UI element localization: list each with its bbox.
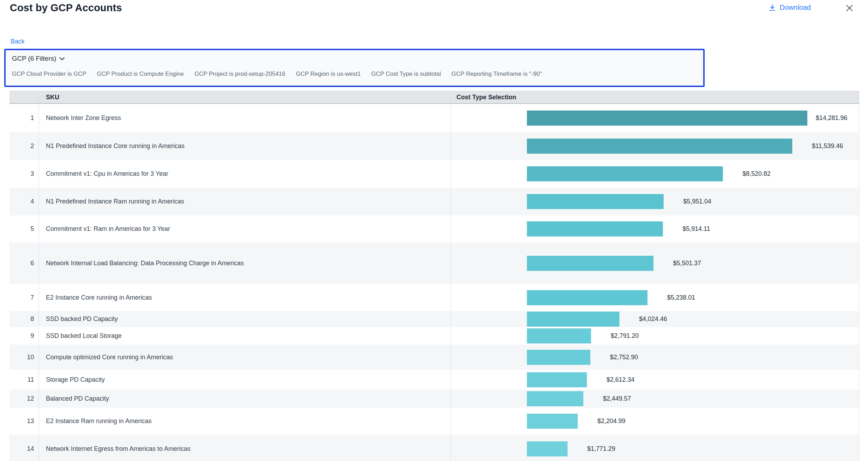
sku-cell: N1 Predefined Instance Core running in A… <box>39 132 450 160</box>
cost-bar[interactable] <box>527 312 619 327</box>
filter-chip[interactable]: GCP Cloud Provider is GCP <box>12 71 86 78</box>
row-rank: 4 <box>9 188 39 215</box>
table-row: 14Network Internet Egress from Americas … <box>9 435 859 461</box>
row-rank: 13 <box>9 408 39 435</box>
cost-cell: $2,791.20 <box>450 327 859 345</box>
sku-column-header: SKU <box>39 91 450 103</box>
table-row: 5Commitment v1: Ram in Americas for 3 Ye… <box>9 215 859 242</box>
cost-bar[interactable] <box>527 166 723 181</box>
filter-chip[interactable]: GCP Cost Type is subtotal <box>371 71 441 78</box>
cost-bar[interactable] <box>527 441 568 456</box>
cost-value-label: $5,238.01 <box>667 294 695 301</box>
sku-cell: Storage PD Capacity <box>39 370 450 390</box>
cost-cell: $1,771.29 <box>450 435 859 461</box>
sku-label: Storage PD Capacity <box>46 376 105 383</box>
sku-cell: Commitment v1: Cpu in Americas for 3 Yea… <box>39 160 450 188</box>
cost-bar[interactable] <box>527 350 590 365</box>
row-rank: 12 <box>9 390 39 408</box>
cost-bar[interactable] <box>527 111 807 126</box>
sku-cell: E2 Instance Ram running in Americas <box>39 408 450 435</box>
sku-cell: SSD backed PD Capacity <box>39 311 450 327</box>
cost-value-label: $5,914.11 <box>683 225 710 233</box>
cost-value-label: $5,501.37 <box>673 260 701 267</box>
cost-cell: $2,204.99 <box>450 408 859 435</box>
table-row: 8SSD backed PD Capacity$4,024.46 <box>9 311 859 327</box>
sku-cell: Network Inter Zone Egress <box>39 104 450 132</box>
sku-label: E2 Instance Core running in Americas <box>46 294 152 301</box>
sku-cell: Balanced PD Capacity <box>39 390 450 408</box>
sku-label: Commitment v1: Cpu in Americas for 3 Yea… <box>46 170 168 178</box>
filter-chip[interactable]: GCP Product is Compute Engine <box>97 71 184 78</box>
cost-cell: $2,612.34 <box>450 370 859 390</box>
cost-cell: $5,951.04 <box>450 188 859 215</box>
cost-value-label: $2,449.57 <box>603 395 631 402</box>
cost-bar[interactable] <box>527 139 792 154</box>
sku-cell: Network Internet Egress from Americas to… <box>39 435 450 461</box>
filter-chip[interactable]: GCP Region is us-west1 <box>296 71 361 78</box>
table-row: 10Compute optimized Core running in Amer… <box>9 345 859 370</box>
download-label: Download <box>780 4 811 12</box>
filter-chip[interactable]: GCP Project is prod-setup-205416 <box>194 71 285 78</box>
sku-label: N1 Predefined Instance Core running in A… <box>46 142 184 150</box>
row-rank: 2 <box>9 132 39 160</box>
close-icon <box>845 4 854 13</box>
cost-cell: $5,914.11 <box>450 215 859 242</box>
filter-chip[interactable]: GCP Reporting Timeframe is "-90" <box>452 71 542 78</box>
row-rank: 6 <box>9 242 39 284</box>
table-row: 11Storage PD Capacity$2,612.34 <box>9 370 859 390</box>
sku-label: Balanced PD Capacity <box>46 395 109 402</box>
cost-value-label: $2,612.34 <box>606 376 635 383</box>
sku-label: SSD backed PD Capacity <box>46 315 118 323</box>
table-row: 4N1 Predefined Instance Ram running in A… <box>9 188 859 215</box>
cost-report-modal: Cost by GCP Accounts Download Back GCP (… <box>0 0 868 461</box>
row-rank: 1 <box>9 104 39 132</box>
cost-column-header: Cost Type Selection <box>450 91 859 103</box>
cost-table: SKU Cost Type Selection 1Network Inter Z… <box>9 91 859 461</box>
filter-chip-list: GCP Cloud Provider is GCPGCP Product is … <box>12 71 697 78</box>
cost-cell: $2,449.57 <box>450 390 859 408</box>
row-rank: 3 <box>9 160 39 188</box>
table-row: 7E2 Instance Core running in Americas$5,… <box>9 284 859 311</box>
cost-cell: $5,238.01 <box>450 284 859 311</box>
sku-cell: N1 Predefined Instance Ram running in Am… <box>39 188 450 215</box>
cost-value-label: $2,791.20 <box>611 332 639 340</box>
table-row: 9SSD backed Local Storage$2,791.20 <box>9 327 859 345</box>
table-header-row: SKU Cost Type Selection <box>9 91 859 104</box>
table-body: 1Network Inter Zone Egress$14,281.962N1 … <box>9 104 859 461</box>
row-rank: 7 <box>9 284 39 311</box>
cost-bar[interactable] <box>527 372 587 387</box>
sku-cell: Compute optimized Core running in Americ… <box>39 345 450 370</box>
row-rank: 11 <box>9 370 39 390</box>
filter-group-dropdown[interactable]: GCP (6 Filters) <box>12 55 697 62</box>
filter-panel: GCP (6 Filters) GCP Cloud Provider is GC… <box>4 49 705 87</box>
table-row: 3Commitment v1: Cpu in Americas for 3 Ye… <box>9 160 859 188</box>
cost-cell: $5,501.37 <box>450 242 859 284</box>
close-button[interactable] <box>844 3 855 13</box>
sku-label: Compute optimized Core running in Americ… <box>46 354 173 361</box>
table-row: 12Balanced PD Capacity$2,449.57 <box>9 390 859 408</box>
cost-bar[interactable] <box>527 414 578 429</box>
cost-value-label: $8,520.82 <box>742 170 771 178</box>
cost-value-label: $4,024.46 <box>639 315 667 323</box>
cost-bar[interactable] <box>527 194 664 209</box>
cost-cell: $4,024.46 <box>450 311 859 327</box>
back-link[interactable]: Back <box>11 38 25 45</box>
sku-label: Network Inter Zone Egress <box>46 114 121 122</box>
cost-bar[interactable] <box>527 328 591 343</box>
sku-label: Commitment v1: Ram in Americas for 3 Yea… <box>46 225 170 233</box>
sku-label: Network Internet Egress from Americas to… <box>46 445 190 453</box>
cost-bar[interactable] <box>527 221 663 236</box>
cost-bar[interactable] <box>527 290 647 305</box>
cost-bar[interactable] <box>527 391 583 406</box>
rank-column-header <box>9 91 39 103</box>
download-icon <box>768 4 776 12</box>
row-rank: 8 <box>9 311 39 327</box>
chevron-down-icon <box>59 57 65 61</box>
download-button[interactable]: Download <box>768 4 811 12</box>
sku-cell: E2 Instance Core running in Americas <box>39 284 450 311</box>
sku-label: SSD backed Local Storage <box>46 332 122 340</box>
sku-label: E2 Instance Ram running in Americas <box>46 417 151 425</box>
cost-value-label: $2,752.90 <box>610 354 638 361</box>
cost-cell: $8,520.82 <box>450 160 859 188</box>
cost-bar[interactable] <box>527 256 653 271</box>
